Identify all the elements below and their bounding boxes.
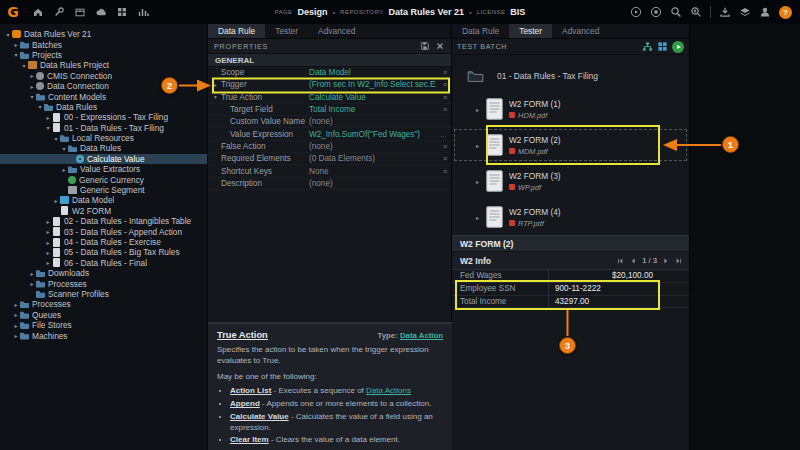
expand-arrow-icon[interactable]: ▸ <box>28 72 36 79</box>
tree-item-06-data-rules-final[interactable]: ▸06 - Data Rules - Final <box>0 258 207 268</box>
document-item-w2-form-4[interactable]: ▸W2 FORM (4)RTP.pdf <box>452 199 689 235</box>
expand-arrow-icon[interactable]: ▾ <box>52 135 60 142</box>
tree-item-scanner-profiles[interactable]: Scanner Profiles <box>0 289 207 299</box>
tree-item-04-data-rules-exercise[interactable]: ▸04 - Data Rules - Exercise <box>0 237 207 247</box>
tree-item-file-stores[interactable]: ▸File Stores <box>0 320 207 330</box>
field-value[interactable]: $20,100.00 <box>548 270 689 282</box>
tree-item-projects[interactable]: ▾Projects <box>0 50 207 60</box>
expand-arrow-icon[interactable]: ▸ <box>44 218 52 225</box>
expand-arrow-icon[interactable]: ▾ <box>60 145 68 152</box>
tree-item-00-expressions-tax-filing[interactable]: ▸00 - Expressions - Tax Filing <box>0 112 207 122</box>
tree-item-generic-currency[interactable]: Generic Currency <box>0 174 207 184</box>
expand-caret-icon[interactable]: ▸ <box>476 214 486 221</box>
tree-item-content-models[interactable]: ▾Content Models <box>0 91 207 101</box>
help-term-link[interactable]: Action List <box>230 386 271 395</box>
expand-arrow-icon[interactable]: ▾ <box>28 93 36 100</box>
tree-item-downloads[interactable]: ▸Downloads <box>0 268 207 278</box>
property-row-value-expression[interactable]: Value ExpressionW2_Info.SumOf("Fed Wages… <box>208 128 451 140</box>
zoom-in-icon[interactable] <box>690 6 702 18</box>
expand-caret-icon[interactable]: ▾ <box>214 94 221 100</box>
tree-item-data-rules[interactable]: ▾Data Rules <box>0 102 207 112</box>
help-term-link[interactable]: Clear Item <box>230 435 269 444</box>
row-menu-icon[interactable]: ≡ <box>436 143 447 150</box>
chart-icon[interactable] <box>137 6 149 18</box>
tree-item-queues[interactable]: ▸Queues <box>0 310 207 320</box>
general-section-header[interactable]: GENERAL <box>208 54 451 67</box>
tree-item-value-extractors[interactable]: ▸Value Extractors <box>0 164 207 174</box>
row-menu-icon[interactable]: ≡ <box>436 168 447 175</box>
help-link[interactable]: Data Actions <box>366 386 411 395</box>
document-item-w2-form-3[interactable]: ▸W2 FORM (3)WP.pdf <box>452 163 689 199</box>
expand-arrow-icon[interactable]: ▸ <box>12 41 20 48</box>
expand-arrow-icon[interactable]: ▸ <box>52 197 60 204</box>
expand-arrow-icon[interactable]: ▾ <box>36 103 44 110</box>
help-type-link[interactable]: Data Action <box>400 331 443 340</box>
stop-circle-icon[interactable] <box>650 6 662 18</box>
property-value[interactable]: Data Model <box>309 68 436 77</box>
page-value[interactable]: Design <box>298 7 328 17</box>
tree-item-w2-form[interactable]: W2 FORM <box>0 206 207 216</box>
tester-tab-advanced[interactable]: Advanced <box>552 24 609 38</box>
property-value[interactable]: None <box>309 167 436 176</box>
expand-arrow-icon[interactable]: ▸ <box>28 270 36 277</box>
home-icon[interactable] <box>32 6 44 18</box>
repository-value[interactable]: Data Rules Ver 21 <box>388 7 464 17</box>
tree-item-batches[interactable]: ▸Batches <box>0 39 207 49</box>
expand-arrow-icon[interactable]: ▸ <box>12 301 20 308</box>
tree-item-01-data-rules-tax-filing[interactable]: ▾01 - Data Rules - Tax Filing <box>0 123 207 133</box>
expand-caret-icon[interactable]: ▸ <box>476 178 486 185</box>
row-menu-icon[interactable]: ≡ <box>436 81 447 88</box>
ellipsis-icon[interactable]: … <box>436 131 447 138</box>
tree-item-local-resources[interactable]: ▾Local Resources <box>0 133 207 143</box>
row-menu-icon[interactable]: ≡ <box>436 69 447 76</box>
expand-arrow-icon[interactable]: ▾ <box>4 31 12 38</box>
property-value[interactable]: Calculate Value <box>309 93 436 102</box>
tree-item-data-rules[interactable]: ▾Data Rules <box>0 143 207 153</box>
property-value[interactable]: (none) <box>309 179 436 188</box>
expand-arrow-icon[interactable]: ▾ <box>20 62 28 69</box>
pager-last-icon[interactable] <box>675 257 683 265</box>
property-row-scope[interactable]: ScopeData Model≡ <box>208 67 451 79</box>
expand-arrow-icon[interactable]: ▸ <box>44 259 52 266</box>
tree-item-data-model[interactable]: ▸Data Model <box>0 195 207 205</box>
property-row-true-action[interactable]: ▾True ActionCalculate Value≡ <box>208 92 451 104</box>
help-term-link[interactable]: Append <box>230 399 260 408</box>
app-logo[interactable]: G <box>0 4 26 20</box>
batches-icon[interactable] <box>74 6 86 18</box>
tree-item-03-data-rules-append-action[interactable]: ▸03 - Data Rules - Append Action <box>0 226 207 236</box>
tester-tab-tester[interactable]: Tester <box>509 24 552 38</box>
search-icon[interactable] <box>670 6 682 18</box>
download-icon[interactable] <box>719 6 731 18</box>
tree-item-data-rules-project[interactable]: ▾Data Rules Project <box>0 60 207 70</box>
help-term-link[interactable]: Calculate Value <box>230 412 289 421</box>
expand-arrow-icon[interactable]: ▾ <box>12 51 20 58</box>
user-icon[interactable] <box>759 6 771 18</box>
expand-arrow-icon[interactable]: ▸ <box>28 83 36 90</box>
document-item-w2-form-2[interactable]: ▸W2 FORM (2)MDM.pdf <box>452 127 689 163</box>
property-row-custom-value-name[interactable]: Custom Value Name(none) <box>208 116 451 128</box>
tree-item-05-data-rules-big-tax-rules[interactable]: ▸05 - Data Rules - Big Tax Rules <box>0 247 207 257</box>
tree-item-machines[interactable]: ▸Machines <box>0 330 207 340</box>
properties-tab-data-rule[interactable]: Data Rule <box>208 24 265 38</box>
save-icon[interactable] <box>420 41 430 51</box>
apps-icon[interactable] <box>116 6 128 18</box>
expand-arrow-icon[interactable]: ▸ <box>44 114 52 121</box>
property-value[interactable]: (none) <box>309 117 436 126</box>
row-menu-icon[interactable]: ≡ <box>436 155 447 162</box>
batch-folder[interactable]: 01 - Data Rules - Tax Filing <box>452 61 689 91</box>
tester-tab-data-rule[interactable]: Data Rule <box>452 24 509 38</box>
tree-item-data-rules-ver-21[interactable]: ▾Data Rules Ver 21 <box>0 29 207 39</box>
tree-item-calculate-value[interactable]: Calculate Value <box>0 154 207 164</box>
tree-item-generic-segment[interactable]: Generic Segment <box>0 185 207 195</box>
pager-first-icon[interactable] <box>616 257 624 265</box>
field-value[interactable]: 900-11-2222 <box>548 283 689 295</box>
run-test-button[interactable] <box>672 41 684 53</box>
properties-tab-advanced[interactable]: Advanced <box>308 24 365 38</box>
properties-tab-tester[interactable]: Tester <box>265 24 308 38</box>
tree-item-processes[interactable]: ▸Processes <box>0 278 207 288</box>
workflow-icon[interactable] <box>642 41 653 52</box>
tree-item-02-data-rules-intangibles-table[interactable]: ▸02 - Data Rules - Intangibles Table <box>0 216 207 226</box>
expand-arrow-icon[interactable]: ▸ <box>28 280 36 287</box>
property-row-required-elements[interactable]: Required Elements(0 Data Elements)≡ <box>208 153 451 165</box>
expand-caret-icon[interactable]: ▸ <box>476 142 486 149</box>
